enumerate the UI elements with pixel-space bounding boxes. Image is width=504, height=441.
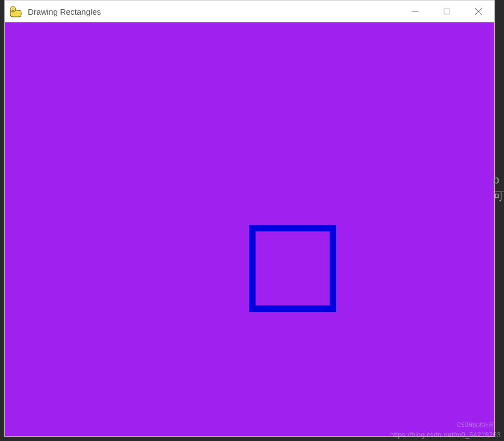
application-window: Drawing Rectangles	[4, 0, 495, 437]
pygame-snake-icon	[9, 5, 22, 18]
window-title: Drawing Rectangles	[28, 7, 399, 16]
maximize-button[interactable]	[431, 1, 463, 22]
close-button[interactable]	[463, 1, 494, 22]
side-text-line: p	[493, 171, 504, 188]
window-controls	[399, 1, 494, 22]
watermark-url: https://blog.csdn.net/m0_54218263	[390, 431, 501, 439]
svg-rect-7	[444, 9, 450, 14]
drawing-canvas	[5, 22, 494, 436]
watermark-badge: CSDN技术社区	[457, 421, 494, 429]
minimize-button[interactable]	[399, 1, 431, 22]
svg-point-1	[10, 7, 16, 12]
titlebar[interactable]: Drawing Rectangles	[5, 1, 494, 22]
cropped-side-text: p 可	[493, 171, 504, 204]
svg-point-4	[12, 9, 13, 9]
svg-point-5	[14, 9, 14, 9]
blue-rectangle	[249, 225, 336, 312]
side-text-line: 可	[493, 188, 504, 204]
